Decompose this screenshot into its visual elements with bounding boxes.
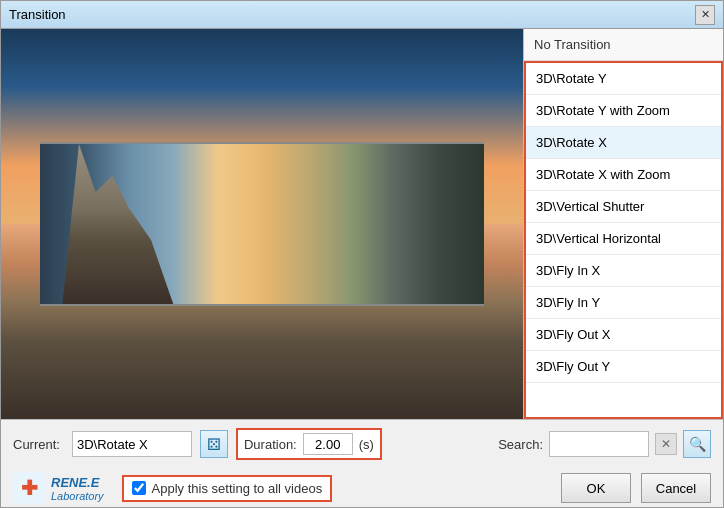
controls-row: Current: ⚄ Duration: (s) Search: ✕ 🔍 bbox=[1, 420, 723, 468]
transition-dialog: Transition ✕ No Transition bbox=[0, 0, 724, 508]
close-icon: ✕ bbox=[701, 8, 710, 21]
dice-icon: ⚄ bbox=[207, 435, 221, 454]
list-item[interactable]: 3D\Rotate X bbox=[526, 127, 721, 159]
close-button[interactable]: ✕ bbox=[695, 5, 715, 25]
clear-search-button[interactable]: ✕ bbox=[655, 433, 677, 455]
clear-icon: ✕ bbox=[661, 437, 671, 451]
dice-button[interactable]: ⚄ bbox=[200, 430, 228, 458]
bottom-bar: Current: ⚄ Duration: (s) Search: ✕ 🔍 bbox=[1, 419, 723, 507]
cancel-button[interactable]: Cancel bbox=[641, 473, 711, 503]
ok-button[interactable]: OK bbox=[561, 473, 631, 503]
no-transition-item[interactable]: No Transition bbox=[524, 29, 723, 61]
main-area: No Transition 3D\Rotate Y 3D\Rotate Y wi… bbox=[1, 29, 723, 419]
duration-group: Duration: (s) bbox=[236, 428, 382, 460]
logo-top-text: RENE.E bbox=[51, 475, 104, 490]
search-label: Search: bbox=[498, 437, 543, 452]
transition-list-scroll[interactable]: 3D\Rotate Y 3D\Rotate Y with Zoom 3D\Rot… bbox=[526, 63, 721, 417]
logo-bottom-text: Laboratory bbox=[51, 490, 104, 502]
dialog-title: Transition bbox=[9, 7, 66, 22]
preview-overlay bbox=[1, 29, 523, 419]
transition-list-panel: No Transition 3D\Rotate Y 3D\Rotate Y wi… bbox=[523, 29, 723, 419]
preview-image bbox=[1, 29, 523, 419]
list-item[interactable]: 3D\Rotate Y bbox=[526, 63, 721, 95]
list-item[interactable]: 3D\Rotate Y with Zoom bbox=[526, 95, 721, 127]
search-icon: 🔍 bbox=[689, 436, 706, 452]
current-label: Current: bbox=[13, 437, 60, 452]
search-group: Search: ✕ 🔍 bbox=[498, 430, 711, 458]
apply-setting-group: Apply this setting to all videos bbox=[122, 475, 333, 502]
cancel-label: Cancel bbox=[656, 481, 696, 496]
duration-unit: (s) bbox=[359, 437, 374, 452]
logo-cross-icon: ✚ bbox=[21, 476, 38, 500]
list-item[interactable]: 3D\Vertical Horizontal bbox=[526, 223, 721, 255]
list-item[interactable]: 3D\Fly Out Y bbox=[526, 351, 721, 383]
apply-setting-label: Apply this setting to all videos bbox=[152, 481, 323, 496]
search-input[interactable] bbox=[549, 431, 649, 457]
duration-label: Duration: bbox=[244, 437, 297, 452]
actions-row: ✚ RENE.E Laboratory Apply this setting t… bbox=[1, 468, 723, 508]
title-bar: Transition ✕ bbox=[1, 1, 723, 29]
list-item[interactable]: 3D\Vertical Shutter bbox=[526, 191, 721, 223]
photo-strip bbox=[40, 142, 484, 306]
current-value-input[interactable] bbox=[72, 431, 192, 457]
apply-setting-checkbox[interactable] bbox=[132, 481, 146, 495]
ok-label: OK bbox=[587, 481, 606, 496]
logo-icon: ✚ bbox=[13, 472, 45, 504]
list-item[interactable]: 3D\Fly Out X bbox=[526, 319, 721, 351]
logo-text: RENE.E Laboratory bbox=[51, 475, 104, 502]
duration-input[interactable] bbox=[303, 433, 353, 455]
preview-area bbox=[1, 29, 523, 419]
list-item[interactable]: 3D\Fly In X bbox=[526, 255, 721, 287]
logo-area: ✚ RENE.E Laboratory bbox=[13, 472, 104, 504]
list-item[interactable]: 3D\Rotate X with Zoom bbox=[526, 159, 721, 191]
lighthouse-silhouette bbox=[62, 144, 173, 304]
list-item[interactable]: 3D\Fly In Y bbox=[526, 287, 721, 319]
transition-list-bordered: 3D\Rotate Y 3D\Rotate Y with Zoom 3D\Rot… bbox=[524, 61, 723, 419]
search-go-button[interactable]: 🔍 bbox=[683, 430, 711, 458]
